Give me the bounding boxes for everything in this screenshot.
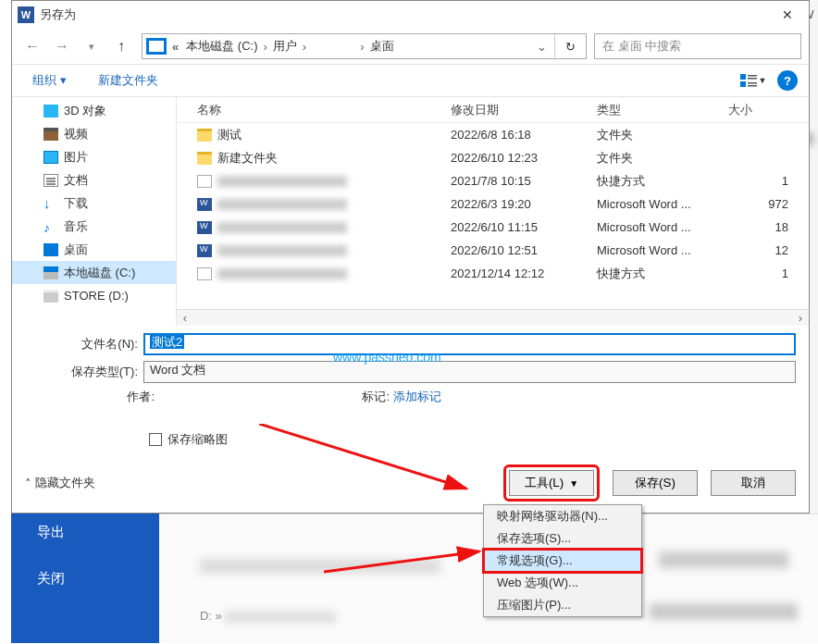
backstage-export[interactable]: 导出: [11, 514, 159, 551]
crumb-0[interactable]: 本地磁盘 (C:): [182, 38, 261, 55]
menu-item[interactable]: 保存选项(S)...: [484, 527, 641, 550]
nav-back-icon[interactable]: ←: [19, 33, 45, 59]
nav-up-icon[interactable]: ↑: [108, 33, 134, 59]
file-row[interactable]: 2021/7/8 10:15快捷方式1: [177, 169, 809, 192]
file-size: 1: [728, 174, 809, 188]
col-header-name[interactable]: 名称: [197, 102, 451, 118]
link-icon: [197, 175, 212, 188]
file-name: 新建文件夹: [217, 150, 278, 167]
col-header-size[interactable]: 大小: [728, 102, 809, 118]
bg-blur-chip: [650, 603, 798, 620]
sidebar-item[interactable]: 本地磁盘 (C:): [12, 261, 176, 284]
cancel-button[interactable]: 取消: [711, 470, 796, 496]
col-header-type[interactable]: 类型: [597, 102, 728, 118]
folder-icon: [197, 152, 212, 165]
save-button[interactable]: 保存(S): [613, 470, 698, 496]
sidebar-item-label: 下载: [64, 195, 88, 212]
file-row[interactable]: 2021/12/14 12:12快捷方式1: [177, 262, 809, 285]
svg-rect-1: [748, 75, 757, 77]
file-name: 测试: [217, 127, 242, 143]
file-date: 2021/12/14 12:12: [451, 266, 597, 280]
save-as-dialog: W 另存为 ✕ ← → ▾ ↑ « 本地磁盘 (C:) › 用户 › › 桌面 …: [11, 0, 810, 514]
sidebar-item[interactable]: 桌面: [12, 238, 176, 261]
new-folder-button[interactable]: 新建文件夹: [89, 68, 167, 93]
desktop-icon: [43, 243, 58, 256]
nav-bar: ← → ▾ ↑ « 本地磁盘 (C:) › 用户 › › 桌面 ⌄ ↻ 在 桌面…: [12, 29, 809, 64]
file-type: Microsoft Word ...: [597, 243, 728, 257]
file-date: 2022/6/8 16:18: [451, 128, 597, 142]
file-type: Microsoft Word ...: [597, 220, 728, 234]
crumb-1[interactable]: 用户: [269, 38, 301, 55]
file-list[interactable]: 测试2022/6/8 16:18文件夹新建文件夹2022/6/10 12:23文…: [177, 123, 809, 309]
file-name: [217, 245, 347, 256]
sidebar-item[interactable]: STORE (D:): [12, 284, 176, 307]
filetype-label: 保存类型(T):: [25, 364, 143, 380]
organize-button[interactable]: 组织 ▾: [23, 68, 76, 93]
nav-recent-icon[interactable]: ▾: [79, 33, 105, 59]
form-pane: 文件名(N): 测试2 保存类型(T): Word 文档 作者: 标记: 添加标…: [12, 326, 809, 457]
search-input[interactable]: 在 桌面 中搜索: [594, 33, 801, 59]
thumbnail-checkbox[interactable]: [149, 433, 162, 446]
view-options-button[interactable]: ▼: [735, 69, 772, 92]
scroll-left-icon[interactable]: ‹: [177, 311, 193, 325]
sidebar-item[interactable]: ↓下载: [12, 192, 176, 215]
3d-icon: [43, 105, 58, 118]
address-bar[interactable]: « 本地磁盘 (C:) › 用户 › › 桌面 ⌄ ↻: [142, 33, 587, 59]
file-row[interactable]: 测试2022/6/8 16:18文件夹: [177, 123, 809, 146]
dl-icon: ↓: [43, 197, 58, 210]
nav-sidebar: 3D 对象视频图片文档↓下载♪音乐桌面本地磁盘 (C:)STORE (D:): [12, 97, 177, 326]
menu-item[interactable]: Web 选项(W)...: [484, 572, 641, 594]
sidebar-item-label: 视频: [64, 126, 88, 142]
tags-value[interactable]: 添加标记: [393, 389, 441, 405]
nav-forward-icon[interactable]: →: [49, 33, 75, 59]
word-backstage-sidebar: 导出 关闭: [11, 514, 159, 643]
sidebar-item[interactable]: 文档: [12, 168, 176, 192]
crumb-prefix: «: [168, 40, 182, 54]
crumb-3[interactable]: 桌面: [366, 38, 398, 55]
filename-input[interactable]: 测试2: [143, 333, 796, 355]
doc-icon: [43, 174, 58, 187]
help-icon[interactable]: ?: [777, 70, 798, 91]
sidebar-item[interactable]: 图片: [12, 145, 176, 168]
bg-path-text: D: »: [200, 609, 336, 623]
file-date: 2022/6/10 12:23: [451, 151, 597, 165]
hide-folders-toggle[interactable]: ˄ 隐藏文件夹: [25, 475, 95, 491]
chevron-right-icon: ›: [301, 40, 308, 54]
dialog-footer: ˄ 隐藏文件夹 工具(L) ▼ 保存(S) 取消: [12, 457, 809, 513]
sidebar-item-label: 音乐: [64, 218, 88, 235]
thumbnail-label: 保存缩略图: [167, 431, 228, 448]
file-row[interactable]: 2022/6/3 19:20Microsoft Word ...972: [177, 192, 809, 216]
tools-button[interactable]: 工具(L) ▼: [509, 470, 594, 496]
file-row[interactable]: 新建文件夹2022/6/10 12:23文件夹: [177, 146, 809, 169]
word-icon: [197, 244, 212, 257]
menu-item[interactable]: 常规选项(G)...: [484, 550, 641, 572]
file-row[interactable]: 2022/6/10 12:51Microsoft Word ...12: [177, 239, 809, 262]
menu-item[interactable]: 压缩图片(P)...: [484, 594, 641, 616]
pic-icon: [43, 151, 58, 164]
search-placeholder: 在 桌面 中搜索: [602, 38, 681, 55]
filetype-select[interactable]: Word 文档: [143, 361, 796, 383]
sidebar-item[interactable]: 3D 对象: [12, 99, 176, 122]
view-icon: [740, 74, 757, 87]
tools-dropdown-menu: 映射网络驱动器(N)...保存选项(S)...常规选项(G)...Web 选项(…: [483, 504, 642, 617]
sidebar-item[interactable]: 视频: [12, 122, 176, 145]
scroll-right-icon[interactable]: ›: [792, 311, 809, 325]
tags-label: 标记:: [343, 389, 390, 405]
close-button[interactable]: ✕: [766, 1, 809, 29]
horizontal-scrollbar[interactable]: ‹ ›: [177, 309, 809, 326]
author-value[interactable]: [158, 389, 232, 405]
titlebar: W 另存为 ✕: [12, 1, 809, 29]
sidebar-item[interactable]: ♪音乐: [12, 215, 176, 238]
hide-folders-label: 隐藏文件夹: [35, 475, 95, 491]
menu-item[interactable]: 映射网络驱动器(N)...: [484, 505, 641, 527]
address-dropdown-icon[interactable]: ⌄: [529, 40, 554, 54]
file-type: 快捷方式: [597, 266, 728, 282]
video-icon: [43, 128, 58, 141]
file-size: 1: [728, 266, 809, 280]
col-header-date[interactable]: 修改日期: [451, 102, 597, 118]
tools-highlight-box: 工具(L) ▼: [503, 464, 600, 502]
chevron-up-icon: ˄: [25, 477, 31, 490]
backstage-close[interactable]: 关闭: [11, 560, 159, 597]
refresh-icon[interactable]: ↻: [554, 34, 586, 58]
file-row[interactable]: 2022/6/10 11:15Microsoft Word ...18: [177, 216, 809, 239]
